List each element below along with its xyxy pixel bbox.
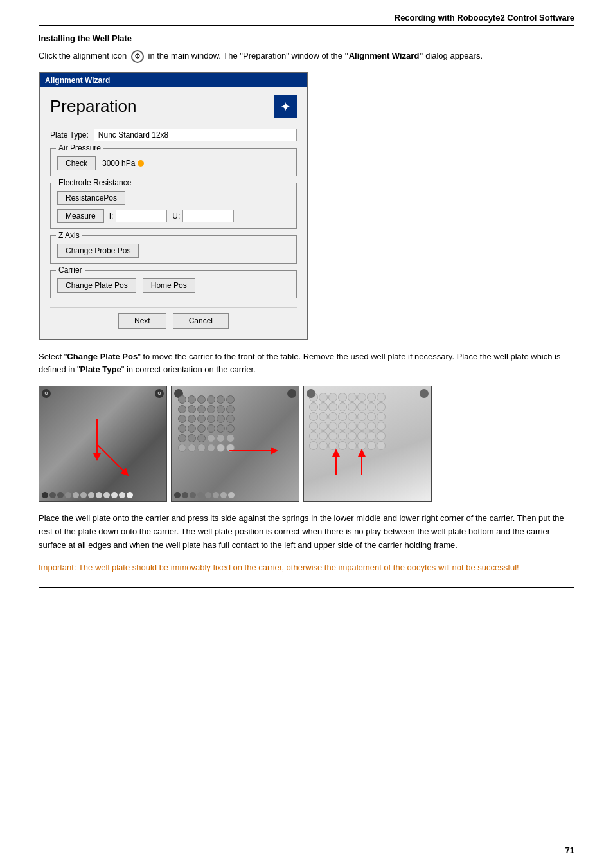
arrow-svg-2 [91, 438, 142, 489]
bottom-strip-1 [42, 492, 133, 498]
measure-button[interactable]: Measure [57, 209, 104, 223]
image-well-plate-closeup [303, 386, 432, 502]
alignment-icon: ⚙ [131, 50, 144, 63]
strip-icon [111, 492, 118, 498]
image-empty-carrier: ⚙ ⚙ [39, 386, 167, 502]
alignment-wizard-dialog: Alignment Wizard Preparation ✦ Plate Typ… [39, 72, 308, 340]
images-row: ⚙ ⚙ [39, 386, 574, 502]
change-probe-pos-button[interactable]: Change Probe Pos [57, 244, 139, 258]
image-well-plate [171, 386, 299, 502]
electrode-resistance-group: Electrode Resistance ResistancePos Measu… [50, 183, 297, 229]
air-pressure-label: Air Pressure [56, 143, 103, 152]
i-input-group: I: [109, 210, 168, 222]
i-input[interactable] [116, 210, 167, 222]
bottom-strip-2 [174, 492, 235, 498]
arrow-svg-4 [323, 449, 400, 482]
corner-tr-3 [420, 389, 429, 398]
strip-icon [49, 492, 56, 498]
i-label: I: [109, 212, 114, 221]
home-pos-button[interactable]: Home Pos [143, 278, 195, 293]
carrier-label: Carrier [56, 266, 85, 275]
measure-row: Measure I: U: [57, 209, 290, 223]
next-button[interactable]: Next [118, 313, 166, 329]
pressure-value: 3000 hPa [102, 159, 144, 168]
strip-icon [96, 492, 102, 498]
resistance-pos-button[interactable]: ResistancePos [57, 191, 125, 205]
important-text: Important: The well plate should be immo… [39, 561, 574, 575]
air-pressure-content: Check 3000 hPa [57, 156, 290, 170]
body-text-2: Place the well plate onto the carrier an… [39, 512, 574, 552]
strip-icon [119, 492, 125, 498]
cancel-button[interactable]: Cancel [173, 313, 229, 329]
strip-icon [127, 492, 133, 498]
z-axis-group: Z Axis Change Probe Pos [50, 235, 297, 264]
change-plate-pos-button[interactable]: Change Plate Pos [57, 278, 136, 293]
dialog-bottom-buttons: Next Cancel [50, 307, 297, 329]
strip-icon [80, 492, 87, 498]
arrow-svg-3 [223, 438, 287, 489]
strip-icon [88, 492, 94, 498]
strip-icon [73, 492, 79, 498]
page-number: 71 [565, 845, 574, 855]
closeup-grid [309, 393, 386, 450]
plate-type-label: Plate Type: [50, 131, 89, 140]
header-title: Recording with Roboocyte2 Control Softwa… [395, 13, 574, 23]
u-input-group: U: [172, 210, 234, 222]
carrier-content: Change Plate Pos Home Pos [57, 278, 290, 293]
strip-icon [65, 492, 71, 498]
z-axis-label: Z Axis [56, 231, 82, 240]
plate-type-row: Plate Type: [50, 129, 297, 141]
strip-icon [42, 492, 48, 498]
air-pressure-group: Air Pressure Check 3000 hPa [50, 148, 297, 176]
check-button[interactable]: Check [57, 156, 96, 170]
electrode-resistance-content: ResistancePos Measure I: U: [57, 191, 290, 223]
corner-tr-2 [287, 389, 296, 398]
preparation-header: Preparation ✦ [50, 95, 297, 118]
star-button[interactable]: ✦ [274, 95, 297, 118]
plate-type-input[interactable] [94, 129, 297, 141]
corner-tl: ⚙ [42, 389, 51, 398]
u-label: U: [172, 212, 180, 221]
star-icon: ✦ [280, 99, 291, 114]
preparation-title: Preparation [50, 96, 136, 116]
strip-icon [103, 492, 110, 498]
z-axis-content: Change Probe Pos [57, 244, 290, 258]
svg-line-1 [97, 444, 126, 473]
u-input[interactable] [182, 210, 234, 222]
corner-tr: ⚙ [155, 389, 164, 398]
body-text-1: Select "Change Plate Pos" to move the ca… [39, 350, 574, 377]
strip-icon [57, 492, 64, 498]
dialog-title-bar: Alignment Wizard [40, 73, 307, 87]
dialog-body: Preparation ✦ Plate Type: Air Pressure C… [40, 87, 307, 339]
section-heading: Installing the Well Plate [39, 33, 574, 43]
bottom-border [39, 587, 574, 588]
intro-text: Click the alignment icon ⚙ in the main w… [39, 50, 574, 63]
electrode-resistance-label: Electrode Resistance [56, 178, 134, 187]
pressure-indicator [138, 160, 144, 167]
page-header: Recording with Roboocyte2 Control Softwa… [39, 13, 574, 26]
carrier-group: Carrier Change Plate Pos Home Pos [50, 270, 297, 298]
